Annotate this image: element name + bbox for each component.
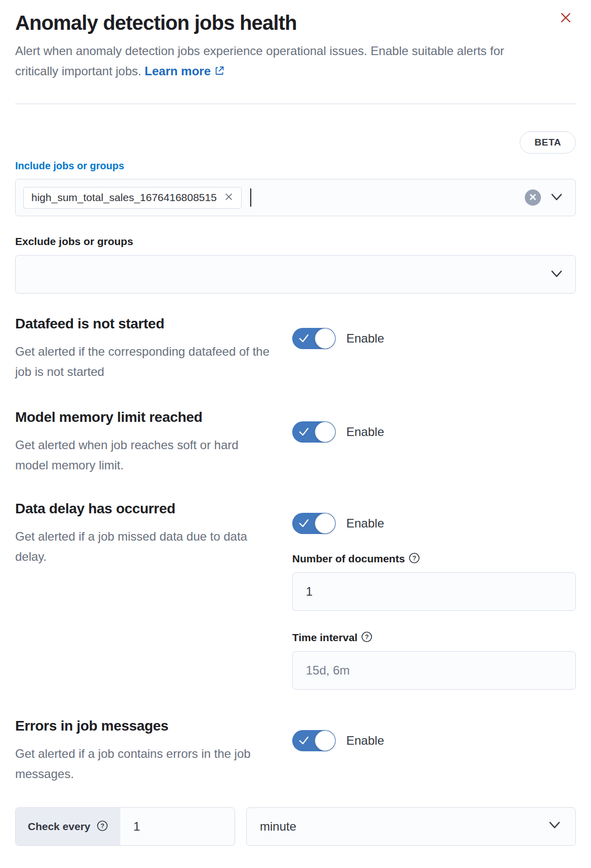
chevron-down-icon bbox=[547, 819, 562, 834]
chevron-down-icon bbox=[549, 268, 564, 281]
svg-text:?: ? bbox=[365, 634, 369, 641]
section-datafeed-not-started: Datafeed is not started Get alerted if t… bbox=[15, 315, 576, 382]
time-interval-help[interactable]: ? bbox=[361, 631, 373, 644]
section-title: Datafeed is not started bbox=[15, 315, 292, 333]
close-button[interactable] bbox=[559, 11, 573, 25]
enable-label: Enable bbox=[346, 516, 384, 531]
section-title: Model memory limit reached bbox=[15, 408, 292, 426]
page-description: Alert when anomaly detection jobs experi… bbox=[15, 41, 516, 82]
number-of-documents-label: Number of documents bbox=[292, 553, 405, 565]
svg-text:?: ? bbox=[413, 555, 417, 562]
toggle-knob bbox=[315, 513, 335, 534]
exclude-combobox-chevron[interactable] bbox=[549, 268, 564, 281]
include-jobs-combobox[interactable]: high_sum_total_sales_1676416808515 bbox=[15, 179, 576, 216]
section-errors-in-job-messages: Errors in job messages Get alerted if a … bbox=[15, 717, 576, 784]
time-interval-label: Time interval bbox=[292, 632, 357, 644]
remove-tag-button[interactable] bbox=[224, 192, 234, 203]
toggle-knob bbox=[315, 328, 335, 349]
interval-unit-value: minute bbox=[260, 819, 296, 834]
help-icon: ? bbox=[361, 631, 373, 644]
model-memory-enable-toggle[interactable] bbox=[292, 421, 336, 443]
section-description: Get alerted if a job contains errors in … bbox=[15, 744, 270, 784]
section-model-memory-limit: Model memory limit reached Get alerted w… bbox=[15, 408, 576, 475]
text-cursor bbox=[250, 188, 251, 207]
section-title: Errors in job messages bbox=[15, 717, 292, 735]
help-icon: ? bbox=[408, 552, 420, 565]
exclude-jobs-label: Exclude jobs or groups bbox=[15, 235, 576, 248]
help-icon: ? bbox=[97, 820, 108, 833]
check-every-field: Check every ? bbox=[15, 807, 235, 846]
enable-label: Enable bbox=[346, 734, 384, 748]
section-data-delay: Data delay has occurred Get alerted if a… bbox=[15, 500, 576, 690]
beta-badge: BETA bbox=[520, 131, 576, 154]
check-icon bbox=[298, 426, 310, 439]
section-title: Data delay has occurred bbox=[15, 500, 292, 518]
section-description: Get alerted when job reaches soft or har… bbox=[15, 435, 270, 475]
schedule-row: Check every ? minute bbox=[15, 807, 576, 846]
enable-label: Enable bbox=[346, 331, 384, 346]
divider bbox=[15, 104, 576, 104]
number-of-documents-input[interactable] bbox=[292, 572, 576, 611]
errors-enable-toggle[interactable] bbox=[292, 730, 336, 751]
enable-label: Enable bbox=[346, 425, 384, 439]
close-icon bbox=[559, 11, 572, 26]
page-title: Anomaly detection jobs health bbox=[15, 11, 576, 34]
learn-more-link[interactable]: Learn more bbox=[145, 64, 225, 78]
clear-selection-button[interactable] bbox=[525, 189, 541, 206]
interval-unit-select[interactable]: minute bbox=[246, 807, 576, 846]
datafeed-enable-toggle[interactable] bbox=[292, 328, 336, 349]
check-icon bbox=[298, 735, 310, 748]
include-combobox-chevron[interactable] bbox=[549, 191, 564, 204]
chevron-down-icon bbox=[549, 191, 564, 204]
check-icon bbox=[298, 518, 310, 531]
svg-text:?: ? bbox=[100, 823, 104, 830]
selected-job-tag-label: high_sum_total_sales_1676416808515 bbox=[31, 191, 217, 204]
clear-icon bbox=[529, 193, 537, 203]
toggle-knob bbox=[315, 422, 335, 442]
toggle-knob bbox=[315, 731, 335, 751]
section-description: Get alerted if a job missed data due to … bbox=[15, 526, 270, 567]
selected-job-tag: high_sum_total_sales_1676416808515 bbox=[23, 187, 242, 209]
external-link-icon bbox=[214, 65, 225, 79]
description-text: Alert when anomaly detection jobs experi… bbox=[15, 44, 504, 78]
time-interval-input[interactable] bbox=[292, 651, 576, 690]
include-jobs-label: Include jobs or groups bbox=[15, 160, 576, 172]
number-of-documents-help[interactable]: ? bbox=[408, 552, 420, 565]
section-description: Get alerted if the corresponding datafee… bbox=[15, 342, 270, 382]
check-icon bbox=[298, 333, 310, 346]
check-every-label: Check every ? bbox=[16, 808, 120, 845]
check-every-input[interactable] bbox=[120, 808, 235, 845]
data-delay-enable-toggle[interactable] bbox=[292, 513, 336, 534]
cross-icon bbox=[224, 192, 234, 203]
check-every-help[interactable]: ? bbox=[97, 820, 108, 833]
exclude-jobs-combobox[interactable] bbox=[15, 255, 576, 294]
